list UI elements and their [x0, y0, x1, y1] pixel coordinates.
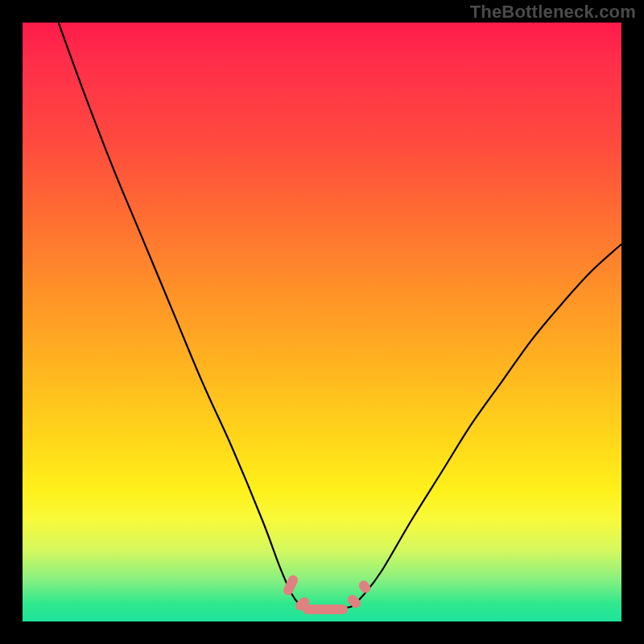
- chart-frame: TheBottleneck.com: [0, 0, 644, 644]
- chart-curves-svg: [23, 23, 621, 621]
- valley-bar: [303, 605, 348, 614]
- chart-plot-area: [23, 23, 621, 621]
- left-curve-line: [59, 23, 301, 606]
- watermark-label: TheBottleneck.com: [470, 2, 636, 23]
- right-curve-line: [352, 244, 621, 606]
